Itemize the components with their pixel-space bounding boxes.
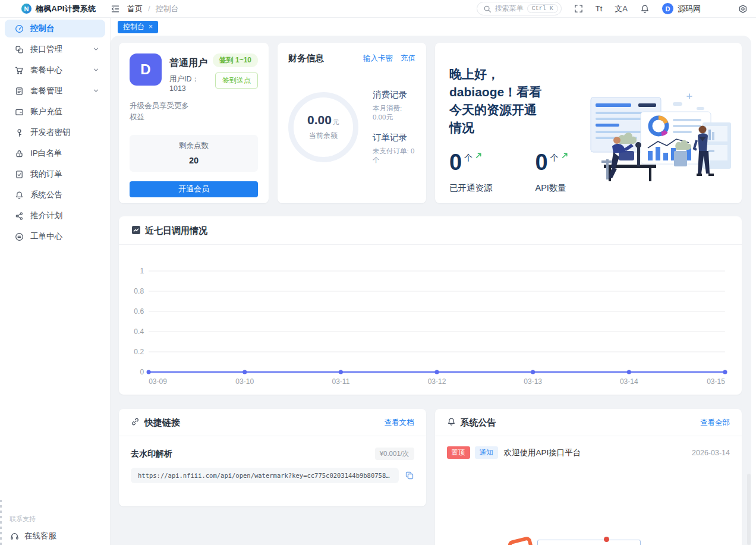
- chevron-down-icon: [93, 45, 99, 54]
- sidebar-item-recharge[interactable]: 账户充值: [5, 103, 105, 121]
- logo-icon: N: [21, 4, 32, 14]
- card-key-link[interactable]: 输入卡密: [363, 53, 393, 64]
- tab-close-icon[interactable]: ×: [149, 23, 153, 31]
- view-docs-link[interactable]: 查看文档: [385, 418, 414, 428]
- announcement-date: 2026-03-14: [692, 449, 730, 457]
- api-url-field[interactable]: https://api.nfiii.com/api/open/watermark…: [131, 468, 399, 483]
- bell-icon: [447, 417, 456, 429]
- tabbar: 控制台 ×: [111, 18, 756, 36]
- signin-range-badge: 签到 1~10: [213, 53, 258, 67]
- app-root: N 楠枫API计费系统 首页 / 控制台 搜索菜单 Ctrl K Tt 文A: [0, 0, 756, 545]
- svg-text:0.6: 0.6: [134, 307, 144, 316]
- search-icon: [483, 5, 492, 13]
- stat-opened-resources: 0 个 已开通资源: [449, 151, 493, 194]
- ticket-chat-icon: [15, 232, 24, 241]
- link-icon: [131, 417, 140, 429]
- announcements-card: 系统公告 查看全部 置顶 通知 欢迎使用API接口平台 2026-03-14: [435, 409, 742, 545]
- username: 源码网: [678, 4, 701, 14]
- tab-dashboard[interactable]: 控制台 ×: [118, 21, 158, 33]
- share-icon: [15, 212, 24, 220]
- breadcrumb: 首页 / 控制台: [127, 4, 179, 14]
- svg-text:03-15: 03-15: [707, 377, 725, 386]
- sidebar-item-label: 我的订单: [30, 169, 62, 179]
- sidebar-item-label: 工单中心: [30, 231, 62, 242]
- sidebar-item-dashboard[interactable]: 控制台: [5, 20, 105, 37]
- sidebar-item-label: 控制台: [30, 23, 55, 34]
- api-icon: [15, 45, 24, 54]
- api-name: 去水印解析: [131, 449, 172, 459]
- sidebar-collapse-icon[interactable]: [111, 4, 120, 14]
- settings-gear-icon[interactable]: [738, 4, 748, 14]
- user-id: 用户ID： 1013: [169, 74, 213, 93]
- search-shortcut: Ctrl K: [527, 4, 558, 13]
- breadcrumb-current: 控制台: [156, 4, 179, 14]
- scrollbar-thumb[interactable]: [747, 474, 751, 545]
- svg-text:0.8: 0.8: [134, 287, 144, 295]
- sidebar-item-announcements[interactable]: 系统公告: [5, 186, 105, 204]
- fullscreen-icon[interactable]: [574, 4, 583, 13]
- svg-text:03-14: 03-14: [620, 377, 638, 386]
- sidebar-item-package-manage[interactable]: 套餐管理: [5, 82, 105, 100]
- chevron-down-icon: [93, 66, 99, 75]
- sidebar-item-my-orders[interactable]: 我的订单: [5, 165, 105, 183]
- bottom-row: 快捷链接 查看文档 去水印解析 ¥0.001/次 https://api.nfi…: [119, 409, 742, 545]
- balance-label: 当前余额: [309, 131, 338, 141]
- app-title: 楠枫API计费系统: [36, 4, 96, 14]
- stat-unit: 个: [464, 153, 472, 163]
- user-id-value: 1013: [169, 84, 186, 93]
- key-icon: [15, 128, 24, 137]
- stat-unit: 个: [550, 153, 559, 163]
- signin-button[interactable]: 签到送点: [215, 73, 258, 89]
- announcement-title: 欢迎使用API接口平台: [504, 448, 581, 458]
- svg-text:0: 0: [140, 368, 144, 376]
- points-label: 剩余点数: [130, 141, 258, 151]
- view-all-link[interactable]: 查看全部: [700, 418, 730, 428]
- bell-icon: [15, 191, 24, 200]
- trend-up-icon: [475, 151, 483, 162]
- sidebar-item-label: IP白名单: [30, 148, 62, 159]
- dashboard-icon: [15, 24, 24, 33]
- font-size-icon[interactable]: Tt: [596, 4, 603, 13]
- chart-title-icon: [132, 226, 140, 237]
- sidebar-item-ip-whitelist[interactable]: IP白名单: [5, 144, 105, 162]
- online-support-item[interactable]: 在线客服: [10, 531, 100, 541]
- order-check-icon: [15, 170, 24, 179]
- search-input[interactable]: 搜索菜单 Ctrl K: [477, 2, 562, 15]
- locale-icon[interactable]: 文A: [615, 4, 628, 14]
- open-vip-button[interactable]: 开通会员: [130, 181, 258, 197]
- recharge-link[interactable]: 充值: [401, 53, 415, 64]
- quick-links-card: 快捷链接 查看文档 去水印解析 ¥0.001/次 https://api.nfi…: [119, 409, 426, 506]
- announcement-row[interactable]: 置顶 通知 欢迎使用API接口平台 2026-03-14: [435, 436, 742, 469]
- tab-label: 控制台: [123, 22, 144, 32]
- sidebar-item-label: 接口管理: [30, 44, 62, 55]
- announcements-title: 系统公告: [461, 417, 496, 429]
- copy-icon[interactable]: [405, 471, 414, 480]
- svg-text:1: 1: [140, 267, 144, 275]
- user-menu[interactable]: D 源码网: [662, 3, 701, 14]
- sidebar-item-api-manage[interactable]: 接口管理: [5, 40, 105, 58]
- sidebar-item-referral[interactable]: 推介计划: [5, 207, 105, 225]
- points-value: 20: [130, 156, 258, 165]
- notification-bell-icon[interactable]: [640, 4, 650, 14]
- notice-badge: 通知: [475, 446, 498, 459]
- sidebar-item-label: 开发者密钥: [30, 127, 71, 138]
- app-logo[interactable]: N 楠枫API计费系统: [0, 4, 111, 14]
- sidebar-item-label: 推介计划: [30, 210, 62, 221]
- upgrade-hint: 升级会员享受更多权益: [130, 100, 189, 124]
- stat-value: 0: [536, 151, 548, 174]
- svg-text:03-11: 03-11: [332, 377, 349, 386]
- topbar: N 楠枫API计费系统 首页 / 控制台 搜索菜单 Ctrl K Tt 文A: [0, 0, 756, 18]
- main-area: 控制台 × D 普通用户 用户ID：: [111, 18, 756, 545]
- cart-icon: [15, 66, 24, 75]
- svg-text:0.4: 0.4: [134, 327, 144, 336]
- user-avatar: D: [130, 53, 162, 86]
- sidebar-item-label: 套餐中心: [30, 65, 62, 75]
- breadcrumb-separator: /: [148, 4, 150, 13]
- sidebar-item-package-center[interactable]: 套餐中心: [5, 61, 105, 79]
- sidebar-item-tickets[interactable]: 工单中心: [5, 228, 105, 245]
- stat-api-count: 0 个 API数量: [536, 151, 569, 194]
- greeting-card: 晚上好，dabiaoge！看看今天的资源开通情况 0 个 已开通资源: [435, 43, 742, 203]
- sidebar-item-dev-keys[interactable]: 开发者密钥: [5, 124, 105, 141]
- sidebar-item-label: 套餐管理: [30, 86, 62, 96]
- breadcrumb-home[interactable]: 首页: [127, 4, 143, 14]
